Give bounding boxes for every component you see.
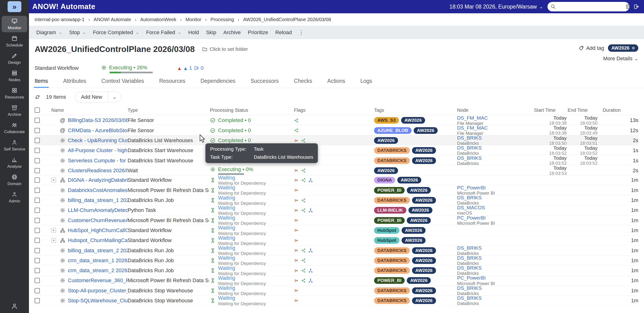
row-checkbox[interactable] <box>35 248 40 253</box>
tag-pill[interactable]: AW2026 <box>414 127 438 134</box>
breadcrumb-item[interactable]: ANOW! Automate <box>94 17 131 22</box>
table-row[interactable]: LLM-ChurnAnomalyDetectionEnginPython Tas… <box>35 205 638 215</box>
row-checkbox[interactable] <box>35 288 40 293</box>
node-link[interactable]: DS_BRIKS <box>457 245 533 251</box>
tag-pill[interactable]: DATABRICKS <box>374 197 410 204</box>
row-checkbox[interactable] <box>35 168 40 173</box>
node-link[interactable]: DS_BRIKS <box>457 195 533 200</box>
status-link[interactable]: Waiting <box>218 185 266 190</box>
node-link[interactable]: DS_BRIKS <box>457 285 533 291</box>
tag-pill[interactable]: AW2026 <box>402 237 426 244</box>
tag-pill[interactable]: AW2026 <box>412 247 436 254</box>
status-link[interactable]: Waiting <box>218 205 266 210</box>
table-row[interactable]: Check - Up&Running Clusters 2026DataBric… <box>35 135 638 145</box>
tag-pill[interactable]: AW2026 <box>402 227 426 234</box>
node-link[interactable]: DS_BRIKS <box>457 155 533 161</box>
item-name-link[interactable]: CustomerRevenue_360_Report 20 <box>68 277 128 283</box>
status-link[interactable]: Waiting <box>218 225 266 230</box>
sidebar-item-self-service[interactable]: Self Service <box>2 137 27 154</box>
row-checkbox[interactable] <box>35 128 40 133</box>
keypad-icon[interactable] <box>625 4 631 10</box>
tab-checks[interactable]: Checks <box>294 78 312 88</box>
reload-button[interactable]: Reload <box>272 28 295 38</box>
sidebar-expand-button[interactable]: » <box>8 1 21 12</box>
item-name-link[interactable]: All-Purpose Cluster - high volume I <box>68 147 128 154</box>
set-folder-button[interactable]: Click to set folder <box>202 46 248 52</box>
item-name-link[interactable]: Stop-All-purpose_Cluster_For_Billing <box>68 288 128 294</box>
tag-pill[interactable]: POWER_BI <box>374 217 405 224</box>
prioritize-button[interactable]: Prioritize <box>244 28 272 38</box>
node-link[interactable]: PC_PowerBI <box>457 185 533 190</box>
tag-pill[interactable]: POWER_BI <box>374 187 405 194</box>
status-link[interactable]: Waiting <box>218 175 266 180</box>
chevron-down-icon[interactable]: ⌄ <box>136 30 139 35</box>
sidebar-item-archive[interactable]: Archive <box>2 103 27 119</box>
chevron-down-icon[interactable]: ⌄ <box>58 30 62 35</box>
force-failed-button[interactable]: Force Failed⌄ <box>142 28 185 38</box>
table-row[interactable]: billing_data_stream_1 2026/03/08DataBric… <box>35 195 638 205</box>
remove-tag-icon[interactable]: ⊗ <box>632 46 635 51</box>
row-checkbox[interactable] <box>35 158 40 163</box>
alert-blue-triangle-icon[interactable]: ▲ <box>183 66 188 71</box>
tag-pill[interactable]: AW2026 ⊗ <box>608 44 638 52</box>
alert-red-triangle-icon[interactable]: ▲ <box>177 66 182 71</box>
tag-pill[interactable]: AW2026 <box>412 287 436 294</box>
tag-pill[interactable]: DATABRICKS <box>374 157 410 164</box>
row-checkbox[interactable] <box>35 258 40 263</box>
row-checkbox[interactable] <box>35 148 40 153</box>
tag-pill[interactable]: AW2026 <box>412 157 436 164</box>
node-link[interactable]: PC_PowerBI <box>457 215 533 220</box>
table-row[interactable]: ClustersReadiness 2026/03/08WaitExecutin… <box>35 165 638 175</box>
row-checkbox[interactable] <box>35 138 40 143</box>
sidebar-item-schedule[interactable]: Schedule <box>2 33 27 50</box>
item-name-link[interactable]: DatabricksCostAnomaliesReport 2 <box>68 187 128 193</box>
item-name-link[interactable]: HubSpot_HighChurnCallCampains <box>68 227 128 233</box>
table-row[interactable]: crm_data_stream_1 2026/03/08DataBricks R… <box>35 255 638 265</box>
tag-pill[interactable]: AW2026 <box>407 187 431 194</box>
tag-pill[interactable]: AW2026 <box>401 117 425 124</box>
status-link[interactable]: Waiting <box>218 245 266 251</box>
tag-pill[interactable]: AW2026 <box>374 137 398 144</box>
tag-pill[interactable]: AW2026 <box>412 147 436 154</box>
column-header-flags[interactable]: Flags <box>290 108 374 113</box>
tag-pill[interactable]: AW2026 <box>412 297 436 304</box>
node-link[interactable]: DS_FM_MAC <box>457 125 533 131</box>
tag-pill[interactable]: DATABRICKS <box>374 147 410 154</box>
column-header-processing-status[interactable]: Processing Status <box>209 108 290 113</box>
node-link[interactable]: PC_PowerBI <box>457 275 533 280</box>
node-link[interactable]: DS_BRIKS <box>457 265 533 270</box>
table-row[interactable]: Stop-All-purpose_Cluster_For_BillingData… <box>35 286 638 296</box>
item-name-link[interactable]: crm_data_stream_1 2026/03/08 <box>68 257 128 264</box>
tag-pill[interactable]: AW2026 <box>407 277 431 284</box>
sidebar-item-admin[interactable]: Admin <box>2 189 27 205</box>
diagram-button[interactable]: Diagram⌄ <box>33 28 66 38</box>
tag-pill[interactable]: AW2026 <box>412 197 436 204</box>
account-icon[interactable] <box>11 302 18 310</box>
breadcrumb-item[interactable]: Processing <box>210 17 234 22</box>
tab-actions[interactable]: Actions <box>327 78 345 88</box>
table-row[interactable]: Serverless Cumpute - for CRM TraDataBric… <box>35 155 638 165</box>
item-name-link[interactable]: CustomerChurnRevenueAnomalyR <box>68 217 128 223</box>
tag-pill[interactable]: DATABRICKS <box>374 247 410 254</box>
column-header-end-time[interactable]: End Time <box>567 108 600 113</box>
select-all-checkbox[interactable] <box>35 108 40 113</box>
table-row[interactable]: Stop-SQLWarehouse_Cluster_For_DataBricks… <box>35 296 638 306</box>
tag-pill[interactable]: AZURE_BLOB <box>374 127 412 134</box>
row-checkbox[interactable] <box>35 208 40 213</box>
sidebar-item-monitor[interactable]: Monitor <box>2 16 27 32</box>
node-link[interactable]: DS_BRIKS <box>457 135 533 140</box>
item-name-link[interactable]: Check - Up&Running Clusters 2026 <box>68 137 128 144</box>
tag-pill[interactable]: AW2026 <box>407 217 431 224</box>
row-checkbox[interactable] <box>35 268 40 273</box>
more-actions-button[interactable]: ⋮ <box>295 28 307 37</box>
add-new-button[interactable]: Add New <box>75 92 108 102</box>
table-row[interactable]: +DIGNA - AnalyzingDatabricksCostsStandar… <box>35 175 638 185</box>
tab-items[interactable]: Items <box>35 78 48 88</box>
force-completed-button[interactable]: Force Completed⌄ <box>90 28 142 38</box>
sidebar-item-design[interactable]: Design <box>2 51 27 67</box>
add-tag-button[interactable]: Add tag <box>578 45 604 51</box>
more-details-button[interactable]: More Details ⌄ <box>603 56 638 62</box>
row-checkbox[interactable] <box>35 198 40 203</box>
expand-row-button[interactable]: + <box>51 228 56 233</box>
status-link[interactable]: Waiting <box>218 215 266 220</box>
